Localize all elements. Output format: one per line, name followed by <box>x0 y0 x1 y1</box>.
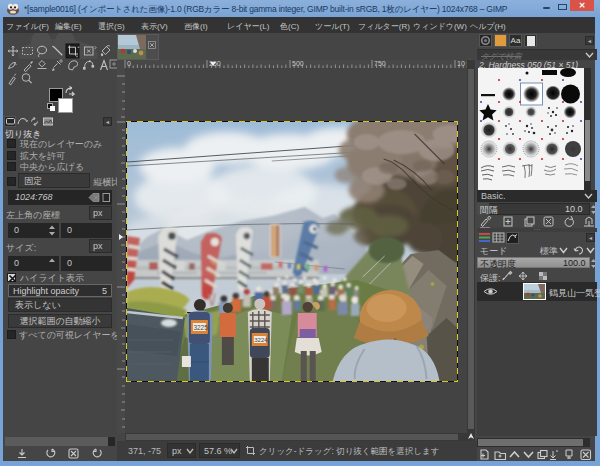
svg-text:10: 10 <box>457 60 465 67</box>
svg-text:750: 750 <box>374 60 386 67</box>
svg-text:0: 0 <box>127 60 131 67</box>
svg-text:250: 250 <box>209 60 221 67</box>
svg-text:500: 500 <box>292 60 304 67</box>
